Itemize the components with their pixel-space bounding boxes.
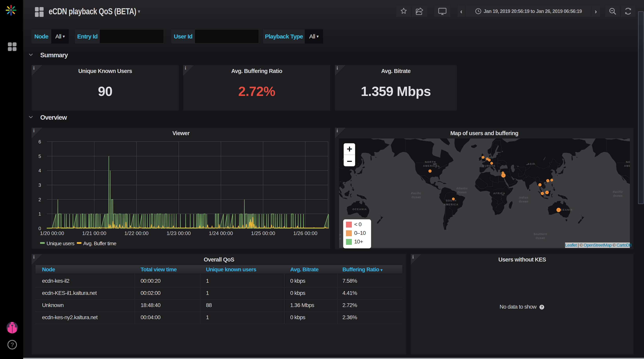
svg-text:AMERICA: AMERICA (444, 203, 459, 206)
svg-text:Ocean: Ocean (457, 191, 467, 194)
svg-text:1/26 00:00: 1/26 00:00 (293, 230, 318, 236)
svg-text:1: 1 (38, 211, 41, 217)
svg-text:1/22 00:00: 1/22 00:00 (124, 230, 149, 236)
svg-text:1/24 00:00: 1/24 00:00 (209, 230, 233, 236)
svg-text:Avg. Buffer time: Avg. Buffer time (83, 241, 116, 246)
svg-text:NORTH: NORTH (425, 160, 436, 163)
svg-text:OCEANIA: OCEANIA (352, 208, 367, 211)
svg-text:?: ? (10, 341, 14, 348)
svg-text:1/25 00:00: 1/25 00:00 (251, 230, 275, 236)
svg-text:AMERICA: AMERICA (624, 164, 630, 167)
svg-text:2: 2 (38, 197, 41, 202)
svg-text:4: 4 (38, 168, 41, 173)
svg-text:Pacific: Pacific (411, 192, 421, 195)
svg-text:SOUTH: SOUTH (446, 199, 457, 202)
svg-text:AMERICA: AMERICA (423, 164, 438, 167)
svg-text:Ocean: Ocean (412, 196, 421, 199)
svg-text:Ocean: Ocean (613, 194, 622, 197)
svg-text:Atlantic: Atlantic (456, 187, 468, 190)
svg-text:EUROPE: EUROPE (482, 164, 496, 167)
svg-text:Ocean: Ocean (519, 200, 528, 203)
svg-text:ASIA: ASIA (527, 162, 535, 165)
svg-text:n: n (339, 237, 341, 240)
svg-text:6: 6 (38, 139, 41, 144)
svg-text:n: n (339, 233, 341, 236)
svg-text:Pacific: Pacific (613, 190, 623, 193)
svg-text:1/23 00:00: 1/23 00:00 (167, 230, 191, 236)
svg-text:Southern: Southern (534, 233, 547, 236)
svg-text:1/20 00:00: 1/20 00:00 (40, 230, 64, 236)
svg-text:Ocean: Ocean (536, 236, 545, 240)
svg-text:?: ? (541, 305, 543, 309)
svg-text:AFRICA: AFRICA (493, 192, 505, 195)
svg-text:3: 3 (38, 182, 41, 188)
svg-text:NORTH: NORTH (626, 160, 630, 163)
svg-text:1/21 00:00: 1/21 00:00 (82, 230, 106, 236)
svg-text:Unique users: Unique users (46, 241, 74, 246)
svg-text:5: 5 (38, 154, 41, 159)
svg-text:Indian: Indian (519, 196, 528, 199)
